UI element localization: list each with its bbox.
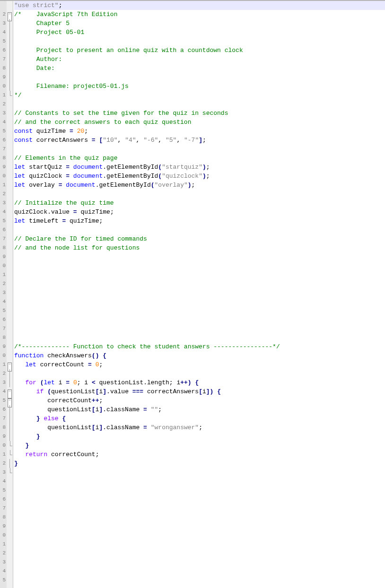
line-number-gutter: 2345678901234567890123456789012345678901… — [0, 1, 7, 588]
fold-gutter: −−−− — [7, 1, 13, 588]
code-editor[interactable]: "use strict";/* JavaScript 7th Edition C… — [13, 1, 385, 588]
